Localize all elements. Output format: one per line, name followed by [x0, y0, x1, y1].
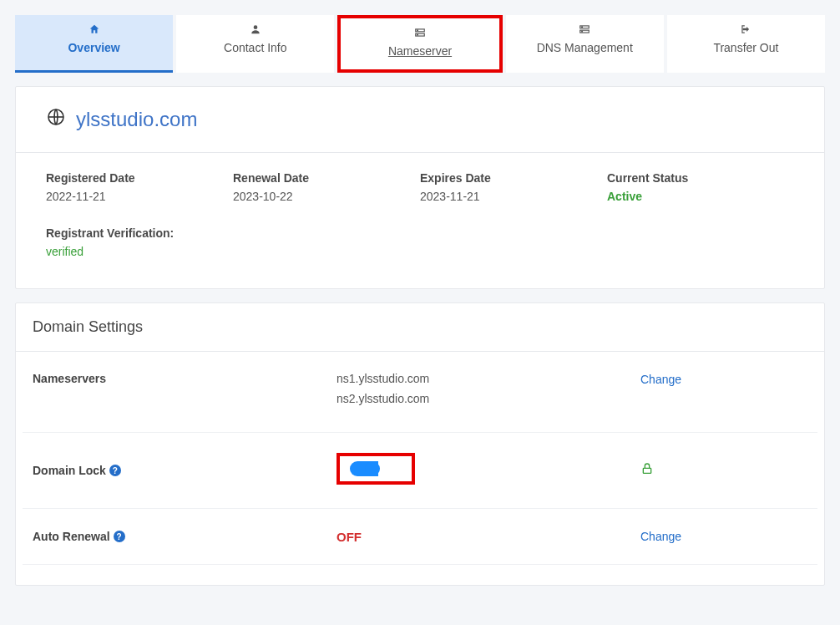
svg-point-7 [582, 27, 583, 28]
user-icon [250, 23, 261, 38]
nameserver-value: ns1.ylsstudio.com [337, 372, 640, 385]
info-grid: Registered Date 2022-11-21 Renewal Date … [16, 153, 824, 203]
svg-rect-10 [643, 468, 650, 473]
domain-settings-card: Domain Settings Nameservers ns1.ylsstudi… [15, 302, 825, 586]
tab-label: Contact Info [224, 41, 287, 54]
setting-row-domain-lock: Domain Lock ? [23, 433, 817, 509]
svg-point-4 [417, 34, 418, 35]
renewal-date-value: 2023-10-22 [233, 190, 420, 203]
domain-info-card: ylsstudio.com Registered Date 2022-11-21… [15, 86, 825, 289]
server-icon [414, 27, 426, 41]
tab-label: Nameserver [388, 44, 452, 58]
domain-name: ylsstudio.com [76, 108, 197, 131]
domain-header: ylsstudio.com [16, 87, 824, 152]
registered-date-value: 2022-11-21 [46, 190, 233, 203]
status-value: Active [607, 190, 794, 203]
globe-icon [46, 107, 66, 132]
registrant-verification: Registrant Verification: verified [16, 203, 824, 288]
nameservers-label: Nameservers [33, 372, 337, 385]
tab-label: Transfer Out [713, 41, 778, 54]
server-icon [579, 23, 590, 38]
help-icon[interactable]: ? [109, 465, 121, 476]
help-icon[interactable]: ? [114, 531, 125, 542]
auto-renewal-value: OFF [337, 530, 640, 544]
change-nameservers-link[interactable]: Change [640, 373, 681, 386]
expires-date-value: 2023-11-21 [420, 190, 607, 203]
status-label: Current Status [607, 171, 794, 185]
change-auto-renewal-link[interactable]: Change [640, 530, 681, 543]
tab-nameserver[interactable]: Nameserver [337, 15, 502, 73]
registrant-ver-label: Registrant Verification: [46, 226, 794, 240]
tab-contact-info[interactable]: Contact Info [176, 15, 334, 73]
domain-lock-label: Domain Lock ? [33, 464, 337, 477]
renewal-date-label: Renewal Date [233, 171, 420, 185]
domain-lock-highlight [337, 453, 415, 485]
registered-date-label: Registered Date [46, 171, 233, 185]
tab-transfer-out[interactable]: Transfer Out [667, 15, 825, 73]
svg-point-3 [417, 30, 418, 31]
svg-point-8 [582, 31, 583, 32]
section-title: Domain Settings [16, 303, 824, 352]
home-icon [89, 23, 100, 38]
svg-point-0 [253, 25, 257, 29]
sign-out-icon [740, 23, 751, 38]
tab-dns-management[interactable]: DNS Management [506, 15, 664, 73]
tab-label: DNS Management [537, 41, 633, 54]
tab-overview[interactable]: Overview [15, 15, 173, 73]
nameserver-value: ns2.ylsstudio.com [337, 392, 640, 405]
tab-bar: Overview Contact Info Nameserver DNS Man… [15, 15, 825, 73]
nameservers-list: ns1.ylsstudio.com ns2.ylsstudio.com [337, 372, 640, 412]
domain-lock-toggle[interactable] [350, 461, 378, 476]
expires-date-label: Expires Date [420, 171, 607, 185]
tab-label: Overview [68, 41, 119, 54]
setting-row-nameservers: Nameservers ns1.ylsstudio.com ns2.ylsstu… [23, 352, 817, 433]
setting-row-auto-renewal: Auto Renewal ? OFF Change [23, 509, 817, 565]
auto-renewal-label: Auto Renewal ? [33, 530, 337, 543]
lock-icon [640, 464, 654, 478]
registrant-ver-value: verified [46, 245, 794, 258]
